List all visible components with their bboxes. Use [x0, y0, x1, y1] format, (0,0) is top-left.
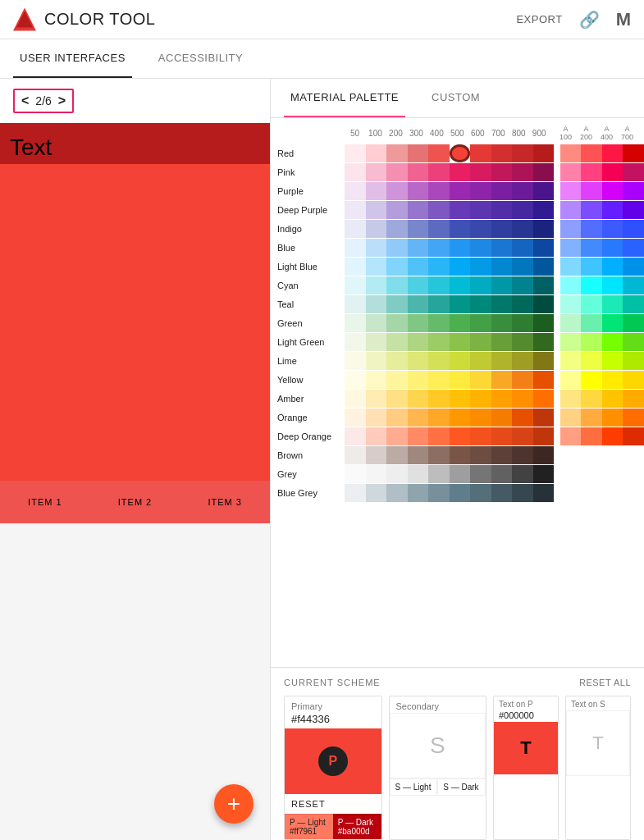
color-swatch[interactable] — [512, 371, 533, 389]
color-swatch[interactable] — [533, 427, 555, 445]
color-swatch[interactable] — [408, 276, 429, 294]
color-swatch-alpha[interactable] — [581, 220, 602, 238]
color-swatch[interactable] — [366, 484, 387, 502]
color-swatch[interactable] — [470, 295, 491, 313]
color-swatch[interactable] — [533, 465, 555, 483]
color-swatch-alpha[interactable] — [581, 390, 602, 408]
color-swatch-alpha[interactable] — [623, 239, 644, 257]
color-swatch[interactable] — [408, 371, 429, 389]
s-light[interactable]: S — Light — [390, 778, 438, 796]
color-swatch[interactable] — [408, 239, 429, 257]
color-swatch-alpha[interactable] — [602, 427, 623, 445]
color-swatch[interactable] — [470, 258, 491, 276]
color-swatch-alpha[interactable] — [560, 182, 582, 200]
color-swatch[interactable] — [366, 446, 387, 464]
color-swatch[interactable] — [512, 295, 533, 313]
color-swatch[interactable] — [450, 409, 471, 427]
color-swatch[interactable] — [470, 465, 491, 483]
color-swatch-alpha[interactable] — [623, 258, 644, 276]
color-swatch[interactable] — [408, 144, 429, 162]
color-swatch[interactable] — [408, 295, 429, 313]
color-swatch[interactable] — [491, 239, 513, 257]
color-swatch[interactable] — [345, 201, 366, 219]
color-swatch[interactable] — [366, 427, 387, 445]
color-swatch[interactable] — [386, 409, 408, 427]
color-swatch[interactable] — [366, 314, 387, 332]
color-swatch[interactable] — [512, 314, 533, 332]
color-swatch[interactable] — [512, 390, 533, 408]
color-swatch-alpha[interactable] — [560, 427, 582, 445]
color-swatch[interactable] — [428, 484, 450, 502]
color-swatch[interactable] — [470, 144, 491, 162]
color-swatch[interactable] — [450, 333, 471, 351]
color-swatch-alpha[interactable] — [581, 144, 602, 162]
color-swatch[interactable] — [491, 446, 513, 464]
color-swatch[interactable] — [450, 465, 471, 483]
color-swatch[interactable] — [450, 201, 471, 219]
color-swatch[interactable] — [450, 371, 471, 389]
color-swatch[interactable] — [408, 182, 429, 200]
color-swatch-alpha[interactable] — [581, 427, 602, 445]
color-swatch[interactable] — [491, 352, 513, 370]
color-swatch[interactable] — [428, 239, 450, 257]
color-swatch[interactable] — [345, 484, 366, 502]
color-swatch[interactable] — [408, 201, 429, 219]
color-swatch[interactable] — [386, 258, 408, 276]
color-swatch[interactable] — [491, 276, 513, 294]
color-swatch-alpha[interactable] — [602, 314, 623, 332]
color-swatch[interactable] — [512, 201, 533, 219]
color-swatch[interactable] — [345, 352, 366, 370]
color-swatch[interactable] — [408, 258, 429, 276]
color-swatch[interactable] — [386, 314, 408, 332]
color-swatch-alpha[interactable] — [623, 484, 644, 502]
color-swatch-alpha[interactable] — [560, 201, 582, 219]
color-swatch[interactable] — [470, 484, 491, 502]
color-swatch[interactable] — [450, 220, 471, 238]
color-swatch[interactable] — [450, 144, 471, 162]
color-swatch[interactable] — [533, 295, 555, 313]
preview-item-3[interactable]: ITEM 3 — [180, 491, 270, 514]
primary-avatar[interactable]: P — [318, 746, 348, 776]
color-swatch-alpha[interactable] — [602, 220, 623, 238]
color-swatch[interactable] — [428, 352, 450, 370]
color-swatch[interactable] — [450, 352, 471, 370]
color-swatch-alpha[interactable] — [602, 201, 623, 219]
color-swatch-alpha[interactable] — [581, 314, 602, 332]
color-swatch[interactable] — [428, 409, 450, 427]
color-swatch[interactable] — [470, 276, 491, 294]
color-swatch[interactable] — [345, 371, 366, 389]
color-swatch-alpha[interactable] — [623, 427, 644, 445]
color-swatch[interactable] — [428, 144, 450, 162]
color-swatch[interactable] — [450, 446, 471, 464]
color-swatch-alpha[interactable] — [602, 409, 623, 427]
tab-material-palette[interactable]: MATERIAL PALETTE — [284, 79, 405, 117]
color-swatch[interactable] — [386, 371, 408, 389]
color-swatch-alpha[interactable] — [623, 201, 644, 219]
color-swatch[interactable] — [491, 390, 513, 408]
color-swatch[interactable] — [470, 239, 491, 257]
reset-all-button[interactable]: RESET ALL — [579, 678, 631, 687]
color-swatch-alpha[interactable] — [602, 333, 623, 351]
color-swatch[interactable] — [366, 333, 387, 351]
color-swatch[interactable] — [386, 239, 408, 257]
color-swatch[interactable] — [450, 163, 471, 181]
color-swatch[interactable] — [512, 352, 533, 370]
tab-accessibility[interactable]: ACCESSIBILITY — [152, 39, 249, 78]
color-swatch[interactable] — [386, 163, 408, 181]
color-swatch[interactable] — [533, 239, 555, 257]
color-swatch[interactable] — [345, 427, 366, 445]
color-swatch[interactable] — [408, 427, 429, 445]
p-dark[interactable]: P — Dark #ba000d — [333, 814, 381, 839]
color-swatch[interactable] — [386, 220, 408, 238]
color-swatch-alpha[interactable] — [581, 239, 602, 257]
color-swatch-alpha[interactable] — [581, 276, 602, 294]
fab-button[interactable]: + — [214, 784, 253, 824]
color-swatch-alpha[interactable] — [581, 446, 602, 464]
color-swatch[interactable] — [366, 352, 387, 370]
color-swatch-alpha[interactable] — [623, 371, 644, 389]
color-swatch[interactable] — [345, 258, 366, 276]
color-swatch-alpha[interactable] — [623, 446, 644, 464]
color-swatch[interactable] — [491, 427, 513, 445]
color-swatch[interactable] — [512, 258, 533, 276]
color-swatch-alpha[interactable] — [581, 352, 602, 370]
